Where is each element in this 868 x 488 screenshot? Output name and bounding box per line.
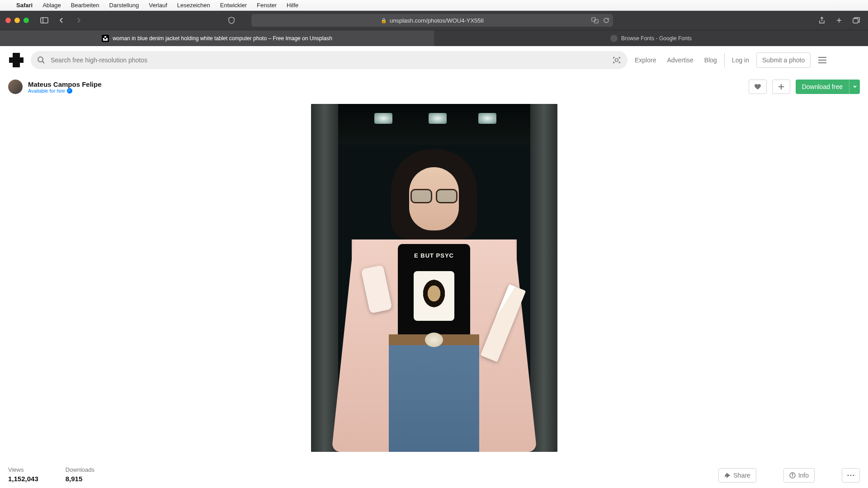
sidebar-toggle-button[interactable] bbox=[38, 15, 51, 26]
tab-title: woman in blue denim jacket holding white… bbox=[113, 35, 332, 42]
menu-fenster[interactable]: Fenster bbox=[257, 2, 277, 9]
svg-rect-7 bbox=[104, 38, 106, 39]
visual-search-icon[interactable] bbox=[612, 56, 621, 65]
svg-point-8 bbox=[38, 57, 43, 62]
submit-photo-button[interactable]: Submit a photo bbox=[756, 52, 811, 68]
menu-ablage[interactable]: Ablage bbox=[42, 2, 61, 9]
page-content: Explore Advertise Blog Log in Submit a p… bbox=[0, 46, 868, 488]
stats-row: Views 1,152,043 Downloads 8,915 Share In… bbox=[0, 461, 868, 488]
nav-blog[interactable]: Blog bbox=[704, 56, 717, 64]
login-link[interactable]: Log in bbox=[732, 56, 749, 64]
svg-point-19 bbox=[853, 474, 854, 476]
tab-overview-button[interactable] bbox=[850, 15, 863, 26]
svg-point-16 bbox=[792, 474, 793, 474]
new-tab-button[interactable] bbox=[833, 15, 845, 26]
views-label: Views bbox=[8, 466, 38, 473]
add-to-collection-button[interactable] bbox=[772, 80, 790, 94]
svg-rect-4 bbox=[853, 19, 858, 23]
downloads-value: 8,915 bbox=[66, 475, 94, 483]
views-value: 1,152,043 bbox=[8, 475, 38, 483]
favicon-googlefonts-icon bbox=[610, 35, 618, 42]
share-button[interactable] bbox=[816, 15, 828, 26]
menu-button[interactable] bbox=[818, 56, 827, 64]
window-controls bbox=[5, 18, 29, 23]
tab-title: Browse Fonts - Google Fonts bbox=[621, 35, 692, 42]
site-header: Explore Advertise Blog Log in Submit a p… bbox=[0, 46, 868, 74]
unsplash-logo[interactable] bbox=[9, 53, 24, 67]
author-meta: Mateus Campos Felipe Available for hire … bbox=[28, 80, 102, 94]
stat-downloads: Downloads 8,915 bbox=[66, 466, 94, 483]
menu-verlauf[interactable]: Verlauf bbox=[149, 2, 167, 9]
url-text: unsplash.com/photos/WOU4-YX55lI bbox=[390, 17, 484, 24]
download-button[interactable]: Download free bbox=[796, 80, 860, 94]
search-bar[interactable] bbox=[31, 51, 627, 69]
svg-rect-10 bbox=[615, 59, 618, 61]
info-button[interactable]: Info bbox=[783, 468, 815, 483]
address-bar[interactable]: 🔒 unsplash.com/photos/WOU4-YX55lI bbox=[251, 14, 613, 27]
nav-explore[interactable]: Explore bbox=[635, 56, 656, 64]
tab-unsplash[interactable]: woman in blue denim jacket holding white… bbox=[0, 30, 434, 46]
like-button[interactable] bbox=[749, 80, 767, 94]
search-input[interactable] bbox=[51, 56, 607, 64]
author-name[interactable]: Mateus Campos Felipe bbox=[28, 80, 102, 88]
author-row: Mateus Campos Felipe Available for hire … bbox=[0, 74, 868, 99]
favicon-unsplash-icon bbox=[102, 35, 109, 42]
forward-button bbox=[72, 15, 85, 26]
tab-strip: woman in blue denim jacket holding white… bbox=[0, 30, 868, 46]
image-area: E BUT PSYC bbox=[0, 99, 868, 461]
svg-point-17 bbox=[847, 474, 849, 476]
menu-darstellung[interactable]: Darstellung bbox=[109, 2, 139, 9]
main-photo[interactable]: E BUT PSYC bbox=[311, 104, 557, 452]
nav-advertise[interactable]: Advertise bbox=[667, 56, 693, 64]
downloads-label: Downloads bbox=[66, 466, 94, 473]
browser-toolbar: 🔒 unsplash.com/photos/WOU4-YX55lI bbox=[0, 11, 868, 30]
translate-icon[interactable] bbox=[591, 17, 599, 23]
author-avatar[interactable] bbox=[8, 80, 23, 94]
verified-icon: ✓ bbox=[67, 88, 72, 94]
svg-line-9 bbox=[42, 61, 44, 63]
close-window-button[interactable] bbox=[5, 18, 11, 23]
menu-hilfe[interactable]: Hilfe bbox=[287, 2, 298, 9]
reload-icon[interactable] bbox=[603, 17, 609, 23]
menu-entwickler[interactable]: Entwickler bbox=[220, 2, 247, 9]
macos-menubar: Safari Ablage Bearbeiten Darstellung Ver… bbox=[0, 0, 868, 11]
svg-rect-5 bbox=[104, 36, 106, 38]
author-hire-link[interactable]: Available for hire ✓ bbox=[28, 88, 102, 94]
privacy-shield-icon[interactable] bbox=[225, 15, 238, 26]
maximize-window-button[interactable] bbox=[24, 18, 29, 23]
svg-point-18 bbox=[850, 474, 851, 476]
download-dropdown[interactable] bbox=[849, 80, 860, 94]
minimize-window-button[interactable] bbox=[14, 18, 20, 23]
search-icon bbox=[37, 56, 45, 64]
browser-chrome: 🔒 unsplash.com/photos/WOU4-YX55lI wo bbox=[0, 11, 868, 46]
share-button[interactable]: Share bbox=[718, 468, 756, 483]
download-label: Download free bbox=[796, 80, 849, 94]
svg-rect-0 bbox=[41, 18, 48, 23]
lock-icon: 🔒 bbox=[381, 18, 387, 23]
stat-views: Views 1,152,043 bbox=[8, 466, 38, 483]
back-button[interactable] bbox=[55, 15, 68, 26]
tab-google-fonts[interactable]: Browse Fonts - Google Fonts bbox=[434, 30, 868, 46]
nav-links: Explore Advertise Blog bbox=[635, 56, 717, 64]
divider bbox=[724, 53, 725, 67]
app-name[interactable]: Safari bbox=[16, 2, 33, 9]
shirt-text: E BUT PSYC bbox=[398, 252, 470, 259]
more-button[interactable] bbox=[842, 468, 860, 483]
menu-lesezeichen[interactable]: Lesezeichen bbox=[177, 2, 210, 9]
menu-bearbeiten[interactable]: Bearbeiten bbox=[71, 2, 99, 9]
